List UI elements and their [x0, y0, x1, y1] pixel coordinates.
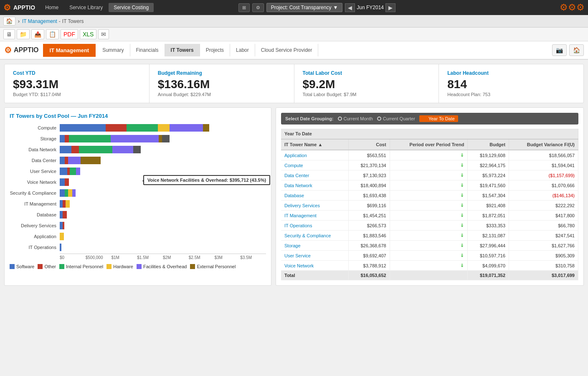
it-management-tab[interactable]: IT Management: [43, 44, 96, 57]
bar-segment[interactable]: [60, 157, 65, 164]
prev-period-button[interactable]: ◀: [345, 3, 355, 12]
bar-segment[interactable]: [158, 124, 170, 132]
bar-segment[interactable]: [127, 124, 158, 132]
tower-name-link[interactable]: Application: [284, 153, 307, 158]
period-label: Jun FY2014: [357, 5, 384, 10]
toolbar-folder-icon[interactable]: 📁: [17, 29, 30, 39]
bar-segment[interactable]: [60, 178, 65, 186]
table-row: Database$1,693,438⇓$1,547,304($146,134): [281, 191, 578, 201]
bar-segment[interactable]: [76, 168, 80, 175]
screenshot-button[interactable]: 📷: [552, 44, 567, 56]
bar-segment[interactable]: [60, 200, 63, 208]
variance-cell: $1,594,041: [509, 160, 578, 170]
bar-segment[interactable]: [71, 146, 79, 153]
option-year-to-date[interactable]: Year To Date: [419, 115, 458, 122]
bar-segment[interactable]: [79, 146, 112, 153]
tab-financials[interactable]: Financials: [130, 44, 165, 56]
bar-segment[interactable]: [60, 222, 63, 229]
main-header: ⚙ APPTIO IT Management Summary Financial…: [0, 41, 588, 60]
bar-segment[interactable]: [81, 157, 101, 164]
bar-segment[interactable]: [60, 233, 64, 240]
next-period-button[interactable]: ▶: [385, 3, 395, 12]
radio-current-quarter: [377, 117, 381, 121]
bar-segment[interactable]: [63, 200, 66, 208]
toolbar-email-icon[interactable]: ✉: [98, 29, 109, 39]
bar-segment[interactable]: [65, 135, 69, 142]
kpi-cost-ytd-value: $93.31M: [13, 78, 141, 91]
bar-segment[interactable]: [60, 244, 61, 251]
main-logo-icon: ⚙: [4, 45, 12, 55]
cost-cell: $7,130,923: [348, 170, 390, 180]
kpi-cost-ytd-label: Cost YTD: [13, 70, 141, 76]
bar-segment[interactable]: [203, 124, 209, 132]
tab-summary[interactable]: Summary: [96, 44, 130, 56]
bar-segment[interactable]: [65, 189, 68, 197]
kpi-labor-headcount: Labor Headcount 814 Headcount Plan: 753: [439, 64, 583, 103]
bar-segment[interactable]: [170, 124, 203, 132]
toolbar-excel-icon[interactable]: XLS: [80, 29, 96, 39]
tab-labor[interactable]: Labor: [230, 44, 255, 56]
bar-segment[interactable]: [162, 135, 170, 142]
project-selector[interactable]: Project: Cost Transparency ▼: [266, 3, 343, 12]
tab-it-towers[interactable]: IT Towers: [165, 44, 200, 56]
tower-name-link[interactable]: Database: [284, 193, 304, 198]
bar-segment[interactable]: [66, 200, 70, 208]
toolbar-export-icon[interactable]: 📤: [31, 29, 44, 39]
breadcrumb-it-towers: IT Towers: [62, 18, 84, 24]
home-header-button[interactable]: 🏠: [569, 44, 584, 56]
option-current-quarter[interactable]: Current Quarter: [377, 116, 415, 121]
tab-cloud-service-provider[interactable]: Cloud Service Provider: [255, 44, 319, 56]
bar-segment[interactable]: [106, 124, 127, 132]
toolbar-clipboard-icon[interactable]: 📋: [46, 29, 59, 39]
bar-segment[interactable]: [60, 211, 63, 218]
legend-color-swatch: [106, 264, 112, 269]
bar-segment[interactable]: [111, 135, 159, 142]
bar-segment[interactable]: [63, 211, 67, 218]
tower-name-link[interactable]: Data Network: [284, 183, 312, 188]
bar-segment[interactable]: [63, 222, 64, 229]
tower-name-link[interactable]: IT Management: [284, 213, 317, 218]
table-row: IT Management$1,454,251⇓$1,872,051$417,8…: [281, 211, 578, 221]
bar-segment[interactable]: [70, 168, 76, 175]
toolbar-pdf-icon[interactable]: PDF: [61, 29, 78, 39]
bar-segment[interactable]: [60, 189, 65, 197]
tab-home[interactable]: Home: [40, 3, 63, 12]
tower-name-link[interactable]: IT Operations: [284, 223, 312, 228]
bar-segment[interactable]: [112, 146, 133, 153]
bar-segment[interactable]: [69, 135, 111, 142]
chart-tooltip: Voice Network Facilities & Overhead: $39…: [143, 175, 270, 185]
bar-segment[interactable]: [72, 189, 76, 197]
settings-button[interactable]: ⚙: [252, 3, 264, 12]
grid-view-button[interactable]: ⊞: [238, 3, 250, 12]
tab-projects[interactable]: Projects: [200, 44, 230, 56]
tab-service-library[interactable]: Service Library: [64, 3, 108, 12]
chart-row-label: Delivery Services: [10, 223, 60, 228]
tower-name-link[interactable]: Storage: [284, 243, 301, 248]
toolbar-monitor-icon[interactable]: 🖥: [3, 29, 15, 39]
breadcrumb-separator: ›: [18, 18, 20, 24]
bar-segment[interactable]: [65, 157, 68, 164]
tower-name-link[interactable]: Compute: [284, 163, 303, 168]
chart-row-label: Compute: [10, 125, 60, 130]
bar-segment[interactable]: [65, 178, 69, 186]
option-current-month[interactable]: Current Month: [338, 116, 373, 121]
tower-name-link[interactable]: Security & Compliance: [284, 233, 331, 238]
bar-segment[interactable]: [68, 157, 81, 164]
bar-segment[interactable]: [133, 146, 141, 153]
total-cost: $16,053,652: [348, 271, 390, 280]
tab-service-costing[interactable]: Service Costing: [109, 3, 154, 12]
budget-cell: $921,408: [468, 201, 509, 211]
tower-name-link[interactable]: Voice Network: [284, 263, 314, 268]
bar-segment[interactable]: [159, 135, 162, 142]
bar-segment[interactable]: [60, 135, 65, 142]
tower-name-link[interactable]: Delivery Services: [284, 203, 320, 208]
tower-name-link[interactable]: Data Center: [284, 173, 309, 178]
breadcrumb-it-management[interactable]: IT Management: [22, 18, 57, 24]
bar-segment[interactable]: [60, 124, 106, 132]
chart-row-label: Security & Compliance: [10, 191, 60, 196]
tower-name-link[interactable]: User Service: [284, 253, 311, 258]
bar-segment[interactable]: [60, 146, 71, 153]
home-button[interactable]: 🏠: [3, 17, 15, 25]
bar-segment[interactable]: [68, 189, 72, 197]
bar-segment[interactable]: [60, 168, 67, 175]
